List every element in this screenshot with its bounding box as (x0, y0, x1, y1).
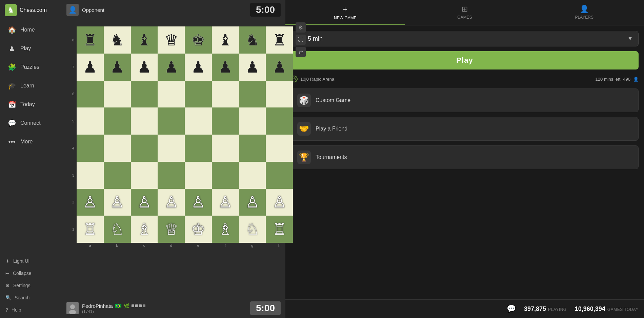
square-g4[interactable] (239, 135, 266, 162)
square-e1[interactable]: ♔ (185, 216, 212, 243)
square-e3[interactable] (185, 162, 212, 189)
square-b1[interactable]: ♘ (104, 216, 131, 243)
chessboard[interactable]: ♜ ♞ ♝ ♛ ♚ ♝ ♞ ♜ ♟ ♟ ♟ ♟ (77, 26, 293, 243)
square-f7[interactable]: ♟ (212, 54, 239, 81)
square-h4[interactable] (266, 135, 293, 162)
square-a3[interactable] (77, 162, 104, 189)
square-d7[interactable]: ♟ (158, 54, 185, 81)
square-e6[interactable] (185, 81, 212, 108)
square-g5[interactable] (239, 107, 266, 135)
square-h6[interactable] (266, 81, 293, 108)
square-e2[interactable]: ♙ (185, 189, 212, 216)
play-button[interactable]: Play (291, 51, 639, 69)
piece-black-knight2: ♞ (245, 32, 259, 48)
square-c3[interactable] (131, 162, 158, 189)
custom-game-button[interactable]: 🎲 Custom Game (291, 88, 639, 112)
piece-white-king: ♔ (191, 221, 205, 237)
square-b7[interactable]: ♟ (104, 54, 131, 81)
square-a8[interactable]: ♜ (77, 26, 104, 54)
tab-games[interactable]: ⊞ GAMES (405, 0, 525, 25)
square-g8[interactable]: ♞ (239, 26, 266, 54)
arena-name[interactable]: 10|0 Rapid Arena (300, 77, 334, 82)
time-select[interactable]: ⚡ 5 min ▼ (291, 31, 639, 46)
piece-white-pawn-g2: ♙ (245, 194, 259, 210)
square-a6[interactable] (77, 81, 104, 108)
sidebar-item-help[interactable]: ? Help (0, 304, 62, 316)
square-g7[interactable]: ♟ (239, 54, 266, 81)
square-c5[interactable] (131, 107, 158, 135)
sidebar-item-today[interactable]: 📅 Today (2, 95, 60, 114)
square-d3[interactable] (158, 162, 185, 189)
square-d5[interactable] (158, 107, 185, 135)
square-a7[interactable]: ♟ (77, 54, 104, 81)
square-a5[interactable] (77, 107, 104, 135)
square-f4[interactable] (212, 135, 239, 162)
square-a2[interactable]: ♙ (77, 189, 104, 216)
square-h1[interactable]: ♖ (266, 216, 293, 243)
square-d1[interactable]: ♕ (158, 216, 185, 243)
square-g6[interactable] (239, 81, 266, 108)
square-c2[interactable]: ♙ (131, 189, 158, 216)
square-f1[interactable]: ♗ (212, 216, 239, 243)
square-a1[interactable]: ♖ (77, 216, 104, 243)
square-h5[interactable] (266, 107, 293, 135)
square-c6[interactable] (131, 81, 158, 108)
square-d2[interactable]: ♙ (158, 189, 185, 216)
square-f8[interactable]: ♝ (212, 26, 239, 54)
square-e8[interactable]: ♚ (185, 26, 212, 54)
custom-game-icon: 🎲 (297, 94, 311, 107)
sidebar-item-light-ui[interactable]: ☀ Light UI (0, 255, 62, 267)
square-f5[interactable] (212, 107, 239, 135)
square-c1[interactable]: ♗ (131, 216, 158, 243)
square-d6[interactable] (158, 81, 185, 108)
play-friend-icon: 🤝 (297, 122, 311, 136)
piece-white-knight2: ♘ (245, 221, 259, 237)
square-f3[interactable] (212, 162, 239, 189)
flip-button[interactable]: ⇄ (296, 47, 306, 57)
logo[interactable]: ♞ Chess.com (0, 0, 62, 20)
square-h3[interactable] (266, 162, 293, 189)
square-e7[interactable]: ♟ (185, 54, 212, 81)
settings-button[interactable]: ⚙ (296, 22, 306, 33)
tab-players[interactable]: 👤 PLAYERS (524, 0, 644, 25)
square-h2[interactable]: ♙ (266, 189, 293, 216)
square-f2[interactable]: ♙ (212, 189, 239, 216)
square-b2[interactable]: ♙ (104, 189, 131, 216)
square-d4[interactable] (158, 135, 185, 162)
custom-game-label: Custom Game (316, 97, 350, 103)
square-b3[interactable] (104, 162, 131, 189)
square-b4[interactable] (104, 135, 131, 162)
square-f6[interactable] (212, 81, 239, 108)
square-h8[interactable]: ♜ (266, 26, 293, 54)
sidebar-item-more[interactable]: ••• More (2, 133, 60, 151)
square-e4[interactable] (185, 135, 212, 162)
square-d8[interactable]: ♛ (158, 26, 185, 54)
square-h7[interactable]: ♟ (266, 54, 293, 81)
sidebar-nav: 🏠 Home ♟ Play 🧩 Puzzles 🎓 Learn 📅 Today … (0, 20, 62, 151)
square-c7[interactable]: ♟ (131, 54, 158, 81)
sidebar-item-settings[interactable]: ⚙ Settings (0, 279, 62, 292)
square-c8[interactable]: ♝ (131, 26, 158, 54)
square-g3[interactable] (239, 162, 266, 189)
square-a4[interactable] (77, 135, 104, 162)
square-g1[interactable]: ♘ (239, 216, 266, 243)
learn-icon: 🎓 (7, 81, 16, 90)
tournaments-button[interactable]: 🏆 Tournaments (291, 145, 639, 169)
square-e5[interactable] (185, 107, 212, 135)
play-friend-button[interactable]: 🤝 Play a Friend (291, 117, 639, 141)
sidebar-item-play[interactable]: ♟ Play (2, 39, 60, 58)
square-g2[interactable]: ♙ (239, 189, 266, 216)
sidebar-item-collapse[interactable]: ⇤ Collapse (0, 267, 62, 279)
sidebar-item-connect[interactable]: 💬 Connect (2, 114, 60, 132)
fullscreen-button[interactable]: ⛶ (296, 35, 306, 45)
sidebar-item-puzzles[interactable]: 🧩 Puzzles (2, 58, 60, 76)
square-b6[interactable] (104, 81, 131, 108)
sidebar-item-search[interactable]: 🔍 Search (0, 292, 62, 304)
sidebar-item-home[interactable]: 🏠 Home (2, 21, 60, 39)
square-b8[interactable]: ♞ (104, 26, 131, 54)
square-b5[interactable] (104, 107, 131, 135)
chat-icon[interactable]: 💬 (507, 304, 516, 313)
sidebar-item-learn[interactable]: 🎓 Learn (2, 77, 60, 95)
square-c4[interactable] (131, 135, 158, 162)
arena-players: 490 (623, 77, 630, 82)
